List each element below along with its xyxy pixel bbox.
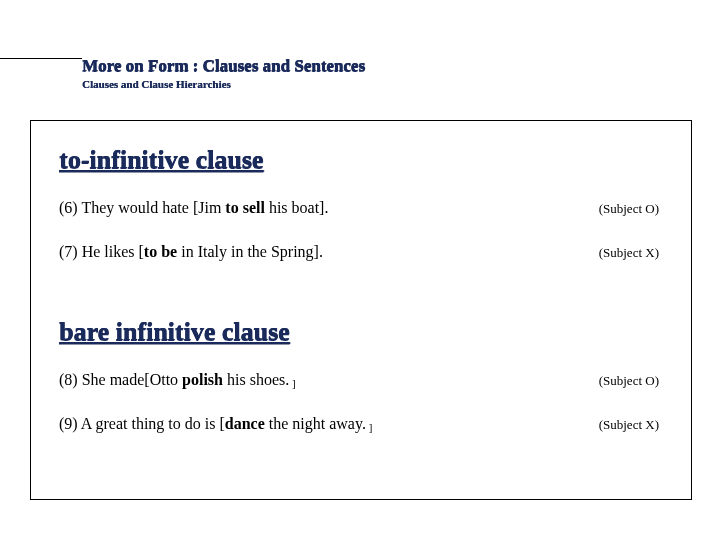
section-title-bare-infinitive: bare infinitive clause [59,317,663,347]
header-rule [0,58,82,59]
ex8-b: polish [182,371,227,388]
example-8: (8) She made[Otto polish his shoes. ] (S… [59,371,663,389]
example-7-text: (7) He likes [to be in Italy in the Spri… [59,243,323,261]
example-6-annot: (Subject O) [599,201,663,217]
ex9-d: ] [366,421,372,433]
ex8-num: (8) [59,371,82,388]
ex7-num: (7) [59,243,82,260]
ex7-c: in Italy in the Spring]. [181,243,323,260]
example-8-text: (8) She made[Otto polish his shoes. ] [59,371,296,389]
header-title: More on Form : Clauses and Sentences [82,56,365,76]
ex6-num: (6) [59,199,81,216]
slide: More on Form : Clauses and Sentences Cla… [0,0,720,540]
ex9-a: A great thing to do is [ [81,415,225,432]
example-6-text: (6) They would hate [Jim to sell his boa… [59,199,328,217]
ex8-d: ] [289,377,295,389]
slide-header: More on Form : Clauses and Sentences Cla… [82,56,365,90]
ex8-a: She made[Otto [82,371,182,388]
example-9-annot: (Subject X) [599,417,663,433]
section-title-to-infinitive: to-infinitive clause [59,145,663,175]
ex6-a: They would hate [Jim [81,199,225,216]
content-box: to-infinitive clause (6) They would hate… [30,120,692,500]
example-9-text: (9) A great thing to do is [dance the ni… [59,415,372,433]
example-6: (6) They would hate [Jim to sell his boa… [59,199,663,217]
ex8-c: his shoes. [227,371,289,388]
example-8-annot: (Subject O) [599,373,663,389]
ex7-a: He likes [ [82,243,144,260]
ex6-c: his boat]. [269,199,329,216]
ex7-b: to be [144,243,181,260]
header-subtitle: Clauses and Clause Hierarchies [82,78,365,90]
ex6-b: to sell [225,199,269,216]
ex9-b: dance [225,415,269,432]
ex9-num: (9) [59,415,81,432]
example-9: (9) A great thing to do is [dance the ni… [59,415,663,433]
example-7-annot: (Subject X) [599,245,663,261]
ex9-c: the night away. [269,415,366,432]
example-7: (7) He likes [to be in Italy in the Spri… [59,243,663,261]
